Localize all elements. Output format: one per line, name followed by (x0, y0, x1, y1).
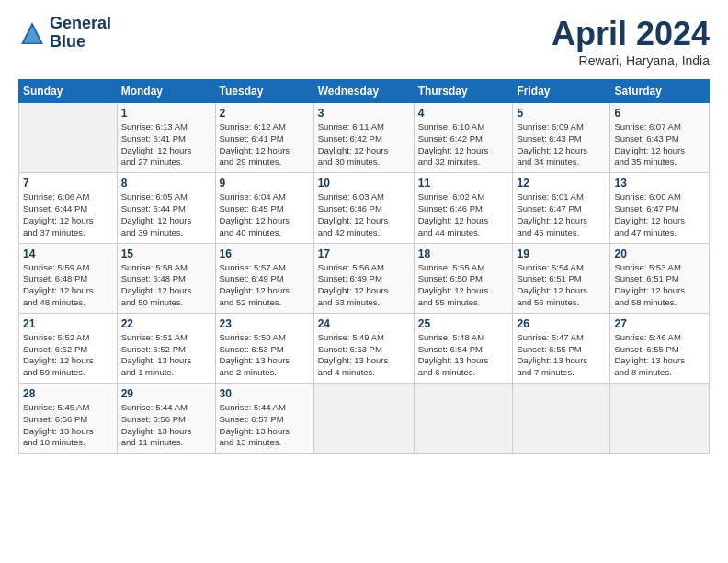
header-thursday: Thursday (414, 80, 513, 103)
day-number: 5 (517, 107, 606, 120)
day-cell (513, 384, 610, 454)
day-info: Sunrise: 5:44 AM Sunset: 6:57 PM Dayligh… (220, 402, 310, 449)
day-info: Sunrise: 6:06 AM Sunset: 6:44 PM Dayligh… (23, 191, 113, 238)
day-number: 6 (614, 107, 705, 120)
day-info: Sunrise: 5:44 AM Sunset: 6:56 PM Dayligh… (121, 402, 211, 449)
day-number: 4 (418, 107, 509, 120)
header-saturday: Saturday (610, 80, 710, 103)
day-cell: 21Sunrise: 5:52 AM Sunset: 6:52 PM Dayli… (19, 313, 118, 383)
week-row-0: 1Sunrise: 6:13 AM Sunset: 6:41 PM Daylig… (19, 103, 710, 173)
day-number: 25 (418, 317, 509, 330)
header-friday: Friday (513, 80, 610, 103)
logo-text: General Blue (50, 15, 111, 52)
header-monday: Monday (117, 80, 215, 103)
day-info: Sunrise: 5:56 AM Sunset: 6:49 PM Dayligh… (318, 262, 410, 309)
day-info: Sunrise: 5:50 AM Sunset: 6:53 PM Dayligh… (220, 332, 310, 379)
day-info: Sunrise: 5:45 AM Sunset: 6:56 PM Dayligh… (23, 402, 113, 449)
week-row-3: 21Sunrise: 5:52 AM Sunset: 6:52 PM Dayli… (19, 313, 710, 383)
day-cell: 24Sunrise: 5:49 AM Sunset: 6:53 PM Dayli… (313, 313, 414, 383)
day-cell: 5Sunrise: 6:09 AM Sunset: 6:43 PM Daylig… (513, 103, 610, 173)
day-number: 13 (614, 177, 705, 190)
day-info: Sunrise: 6:07 AM Sunset: 6:43 PM Dayligh… (614, 121, 705, 168)
day-number: 9 (220, 177, 310, 190)
day-cell: 15Sunrise: 5:58 AM Sunset: 6:48 PM Dayli… (117, 243, 215, 313)
day-number: 22 (121, 317, 211, 330)
day-number: 28 (23, 387, 113, 400)
day-info: Sunrise: 6:05 AM Sunset: 6:44 PM Dayligh… (121, 191, 211, 238)
location: Rewari, Haryana, India (552, 53, 710, 68)
month-title: April 2024 (552, 15, 710, 53)
day-cell (313, 384, 414, 454)
calendar-table: Sunday Monday Tuesday Wednesday Thursday… (18, 79, 710, 454)
week-row-1: 7Sunrise: 6:06 AM Sunset: 6:44 PM Daylig… (19, 173, 710, 243)
day-cell: 13Sunrise: 6:00 AM Sunset: 6:47 PM Dayli… (610, 173, 710, 243)
day-number: 12 (517, 177, 606, 190)
day-info: Sunrise: 6:10 AM Sunset: 6:42 PM Dayligh… (418, 121, 509, 168)
day-cell (19, 103, 118, 173)
day-info: Sunrise: 6:02 AM Sunset: 6:46 PM Dayligh… (418, 191, 509, 238)
day-info: Sunrise: 6:11 AM Sunset: 6:42 PM Dayligh… (318, 121, 410, 168)
day-info: Sunrise: 5:58 AM Sunset: 6:48 PM Dayligh… (121, 262, 211, 309)
day-number: 3 (318, 107, 410, 120)
day-info: Sunrise: 5:59 AM Sunset: 6:48 PM Dayligh… (23, 262, 113, 309)
day-cell: 2Sunrise: 6:12 AM Sunset: 6:41 PM Daylig… (215, 103, 313, 173)
day-cell: 12Sunrise: 6:01 AM Sunset: 6:47 PM Dayli… (513, 173, 610, 243)
logo: General Blue (18, 15, 111, 52)
week-row-2: 14Sunrise: 5:59 AM Sunset: 6:48 PM Dayli… (19, 243, 710, 313)
day-number: 1 (121, 107, 211, 120)
day-info: Sunrise: 6:13 AM Sunset: 6:41 PM Dayligh… (121, 121, 211, 168)
day-info: Sunrise: 5:51 AM Sunset: 6:52 PM Dayligh… (121, 332, 211, 379)
day-info: Sunrise: 6:03 AM Sunset: 6:46 PM Dayligh… (318, 191, 410, 238)
day-cell: 20Sunrise: 5:53 AM Sunset: 6:51 PM Dayli… (610, 243, 710, 313)
logo-line1: General (50, 15, 111, 33)
logo-icon (18, 19, 46, 47)
day-number: 26 (517, 317, 606, 330)
page: General Blue April 2024 Rewari, Haryana,… (0, 0, 728, 468)
day-number: 10 (318, 177, 410, 190)
day-number: 7 (23, 177, 113, 190)
day-info: Sunrise: 5:47 AM Sunset: 6:55 PM Dayligh… (517, 332, 606, 379)
header-sunday: Sunday (19, 80, 118, 103)
header-wednesday: Wednesday (313, 80, 414, 103)
day-cell: 1Sunrise: 6:13 AM Sunset: 6:41 PM Daylig… (117, 103, 215, 173)
day-info: Sunrise: 5:54 AM Sunset: 6:51 PM Dayligh… (517, 262, 606, 309)
day-cell: 9Sunrise: 6:04 AM Sunset: 6:45 PM Daylig… (215, 173, 313, 243)
week-row-4: 28Sunrise: 5:45 AM Sunset: 6:56 PM Dayli… (19, 384, 710, 454)
logo-line2: Blue (50, 33, 111, 52)
title-block: April 2024 Rewari, Haryana, India (552, 15, 710, 68)
day-cell: 30Sunrise: 5:44 AM Sunset: 6:57 PM Dayli… (215, 384, 313, 454)
day-info: Sunrise: 5:55 AM Sunset: 6:50 PM Dayligh… (418, 262, 509, 309)
day-cell: 23Sunrise: 5:50 AM Sunset: 6:53 PM Dayli… (215, 313, 313, 383)
day-cell (414, 384, 513, 454)
day-number: 16 (220, 247, 310, 260)
day-cell: 11Sunrise: 6:02 AM Sunset: 6:46 PM Dayli… (414, 173, 513, 243)
day-cell: 7Sunrise: 6:06 AM Sunset: 6:44 PM Daylig… (19, 173, 118, 243)
day-number: 11 (418, 177, 509, 190)
header-tuesday: Tuesday (215, 80, 313, 103)
day-number: 21 (23, 317, 113, 330)
day-info: Sunrise: 6:04 AM Sunset: 6:45 PM Dayligh… (220, 191, 310, 238)
day-cell: 27Sunrise: 5:46 AM Sunset: 6:55 PM Dayli… (610, 313, 710, 383)
day-cell: 14Sunrise: 5:59 AM Sunset: 6:48 PM Dayli… (19, 243, 118, 313)
day-cell: 29Sunrise: 5:44 AM Sunset: 6:56 PM Dayli… (117, 384, 215, 454)
day-info: Sunrise: 5:52 AM Sunset: 6:52 PM Dayligh… (23, 332, 113, 379)
day-info: Sunrise: 6:12 AM Sunset: 6:41 PM Dayligh… (220, 121, 310, 168)
day-number: 27 (614, 317, 705, 330)
day-number: 14 (23, 247, 113, 260)
day-number: 2 (220, 107, 310, 120)
day-cell: 8Sunrise: 6:05 AM Sunset: 6:44 PM Daylig… (117, 173, 215, 243)
day-cell: 10Sunrise: 6:03 AM Sunset: 6:46 PM Dayli… (313, 173, 414, 243)
day-number: 30 (220, 387, 310, 400)
day-info: Sunrise: 5:48 AM Sunset: 6:54 PM Dayligh… (418, 332, 509, 379)
day-cell: 16Sunrise: 5:57 AM Sunset: 6:49 PM Dayli… (215, 243, 313, 313)
day-number: 15 (121, 247, 211, 260)
day-number: 20 (614, 247, 705, 260)
day-number: 24 (318, 317, 410, 330)
day-cell: 6Sunrise: 6:07 AM Sunset: 6:43 PM Daylig… (610, 103, 710, 173)
header: General Blue April 2024 Rewari, Haryana,… (18, 15, 710, 68)
header-row: Sunday Monday Tuesday Wednesday Thursday… (19, 80, 710, 103)
day-number: 8 (121, 177, 211, 190)
day-cell: 4Sunrise: 6:10 AM Sunset: 6:42 PM Daylig… (414, 103, 513, 173)
day-cell: 22Sunrise: 5:51 AM Sunset: 6:52 PM Dayli… (117, 313, 215, 383)
day-info: Sunrise: 5:46 AM Sunset: 6:55 PM Dayligh… (614, 332, 705, 379)
